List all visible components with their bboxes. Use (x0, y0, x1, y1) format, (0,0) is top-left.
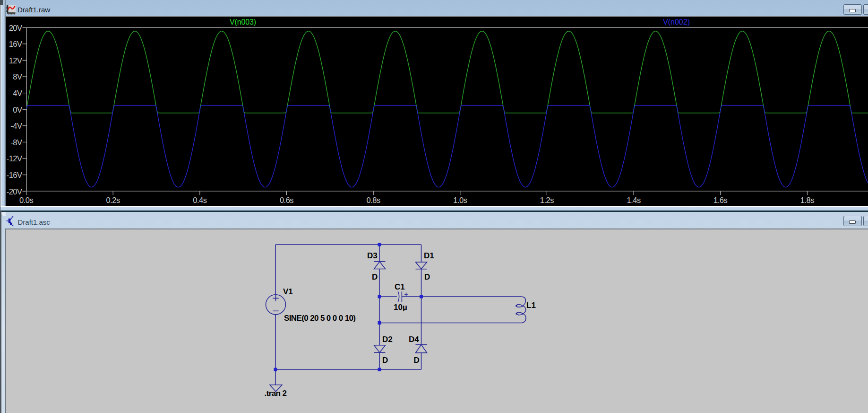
svg-text:C1: C1 (395, 282, 405, 291)
svg-text:4V: 4V (13, 89, 22, 97)
svg-text:0.8s: 0.8s (367, 196, 380, 204)
svg-text:0.0s: 0.0s (19, 196, 33, 204)
svg-text:SINE(0 20 5 0 0 0 10): SINE(0 20 5 0 0 0 10) (284, 314, 356, 323)
svg-text:.tran 2: .tran 2 (265, 389, 287, 398)
svg-text:D3: D3 (367, 251, 378, 260)
svg-text:0.2s: 0.2s (106, 196, 120, 204)
svg-text:D4: D4 (409, 335, 419, 344)
svg-text:D: D (372, 272, 378, 281)
svg-text:-16V: -16V (7, 171, 22, 179)
svg-text:-4V: -4V (10, 122, 22, 130)
svg-text:L1: L1 (526, 301, 536, 310)
svg-text:V(n002): V(n002) (663, 18, 690, 26)
svg-text:D1: D1 (424, 251, 434, 260)
svg-text:1.2s: 1.2s (540, 196, 554, 204)
svg-text:1.0s: 1.0s (453, 196, 467, 204)
svg-text:8V: 8V (13, 72, 22, 81)
svg-text:16V: 16V (9, 40, 22, 48)
svg-text:D: D (424, 272, 430, 281)
svg-text:20V: 20V (9, 24, 22, 32)
svg-text:1.8s: 1.8s (800, 196, 814, 204)
svg-text:10µ: 10µ (394, 303, 407, 312)
svg-text:D: D (382, 356, 388, 365)
svg-text:-8V: -8V (10, 138, 22, 147)
svg-text:0.6s: 0.6s (280, 196, 293, 204)
svg-text:0V: 0V (13, 105, 22, 114)
svg-text:-12V: -12V (7, 154, 22, 163)
svg-text:V(n003): V(n003) (230, 18, 256, 26)
svg-text:1.4s: 1.4s (627, 196, 641, 204)
svg-text:D2: D2 (382, 335, 393, 344)
svg-text:0.4s: 0.4s (193, 196, 206, 204)
svg-text:12V: 12V (9, 56, 22, 65)
svg-text:D: D (414, 356, 420, 365)
svg-text:-20V: -20V (7, 187, 22, 196)
svg-text:V1: V1 (283, 287, 293, 296)
svg-text:1.6s: 1.6s (713, 196, 727, 204)
